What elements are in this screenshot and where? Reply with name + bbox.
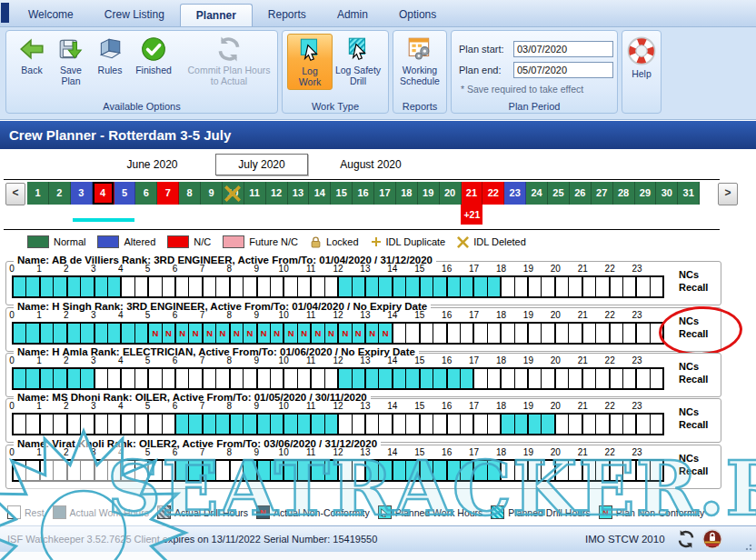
halfhour-cell[interactable]: N [366,324,379,343]
halfhour-cell[interactable] [461,277,474,296]
tab-planner[interactable]: Planner [180,4,253,26]
halfhour-cell[interactable]: N [298,324,312,343]
halfhour-cell[interactable] [95,277,108,296]
month-tab-july[interactable]: July 2020 [215,154,308,175]
halfhour-cell[interactable] [298,415,312,434]
halfhour-cell[interactable] [41,461,54,480]
halfhour-cell[interactable] [556,369,569,388]
halfhour-cell[interactable] [488,415,502,434]
halfhour-cell[interactable] [393,369,406,388]
halfhour-cell[interactable] [448,415,461,434]
halfhour-cell[interactable] [339,415,352,434]
halfhour-cell[interactable] [502,277,514,296]
halfhour-cell[interactable] [68,415,81,434]
halfhour-cell[interactable] [421,461,433,480]
halfhour-cell[interactable] [474,415,487,434]
halfhour-cell[interactable] [474,277,487,296]
day-cell-29[interactable]: 29 [635,182,657,205]
recall-link[interactable]: Recall [679,327,708,340]
halfhour-cell[interactable] [189,415,203,434]
halfhour-cell[interactable] [284,369,297,388]
halfhour-cell[interactable] [556,277,569,296]
ncs-link[interactable]: NCs [679,360,708,373]
halfhour-cell[interactable] [515,461,529,480]
day-cell-22[interactable]: 22 [482,182,504,205]
halfhour-cell[interactable] [542,415,555,434]
halfhour-cell[interactable] [339,369,352,388]
finished-button[interactable]: Finished [128,35,179,75]
halfhour-cell[interactable] [448,461,461,480]
prev-month-button[interactable]: < [5,183,25,205]
halfhour-cell[interactable] [542,461,555,480]
halfhour-cell[interactable] [339,277,352,296]
tab-welcome[interactable]: Welcome [13,4,89,26]
halfhour-cell[interactable]: N [353,324,366,343]
halfhour-cell[interactable] [54,415,67,434]
halfhour-cell[interactable] [149,369,162,388]
halfhour-cell[interactable]: N [258,324,271,343]
day-cell-27[interactable]: 27 [592,182,613,205]
halfhour-cell[interactable] [54,461,67,480]
halfhour-cell[interactable]: N [231,324,244,343]
halfhour-cell[interactable] [108,369,122,388]
tab-admin[interactable]: Admin [322,4,383,26]
halfhour-cell[interactable] [353,415,366,434]
halfhour-cell[interactable] [163,277,176,296]
halfhour-cell[interactable] [433,277,447,296]
day-cell-12[interactable]: 12 [266,182,288,205]
halfhour-cell[interactable] [204,369,216,388]
day-cell-7[interactable]: 7 [157,182,179,205]
halfhour-cell[interactable] [271,415,284,434]
halfhour-cell[interactable] [637,369,650,388]
halfhour-cell[interactable] [569,369,582,388]
security-lock-icon[interactable] [701,528,723,550]
halfhour-cell[interactable] [623,277,637,296]
halfhour-cell[interactable] [529,369,542,388]
halfhour-cell[interactable] [623,461,637,480]
halfhour-cell[interactable] [325,415,339,434]
halfhour-cell[interactable] [135,324,149,343]
halfhour-cell[interactable] [379,415,393,434]
halfhour-cell[interactable] [651,415,662,434]
halfhour-cell[interactable] [623,369,637,388]
halfhour-cell[interactable] [122,324,134,343]
halfhour-cell[interactable] [149,277,162,296]
halfhour-cell[interactable]: N [163,324,176,343]
halfhour-cell[interactable] [122,277,134,296]
halfhour-cell[interactable] [637,324,650,343]
halfhour-cell[interactable] [271,461,284,480]
tab-crew-listing[interactable]: Crew Listing [89,4,180,26]
halfhour-cell[interactable] [637,461,650,480]
halfhour-cell[interactable] [68,369,81,388]
halfhour-cell[interactable] [339,461,352,480]
halfhour-cell[interactable] [176,461,189,480]
halfhour-cell[interactable] [556,415,569,434]
halfhour-cell[interactable]: N [176,324,189,343]
halfhour-cell[interactable] [433,324,447,343]
halfhour-cell[interactable] [108,324,122,343]
halfhour-cell[interactable] [244,461,257,480]
halfhour-cell[interactable] [488,369,502,388]
halfhour-cell[interactable] [312,369,324,388]
halfhour-cell[interactable] [569,324,582,343]
halfhour-cell[interactable] [583,324,596,343]
halfhour-cell[interactable] [204,277,216,296]
halfhour-cell[interactable] [26,324,40,343]
halfhour-cell[interactable] [461,415,474,434]
halfhour-cell[interactable] [488,461,502,480]
halfhour-cell[interactable] [366,415,379,434]
halfhour-cell[interactable] [393,277,406,296]
halfhour-cell[interactable]: N [325,324,339,343]
halfhour-cell[interactable] [488,324,502,343]
halfhour-cell[interactable] [108,277,122,296]
halfhour-cell[interactable] [122,415,134,434]
halfhour-cell[interactable] [14,277,26,296]
halfhour-cell[interactable] [583,461,596,480]
halfhour-cell[interactable] [623,415,637,434]
halfhour-cell[interactable] [312,461,324,480]
halfhour-cell[interactable] [216,461,230,480]
halfhour-cell[interactable] [421,277,433,296]
halfhour-cell[interactable] [379,369,393,388]
rules-button[interactable]: Rules [92,35,128,75]
halfhour-cell[interactable] [515,415,529,434]
